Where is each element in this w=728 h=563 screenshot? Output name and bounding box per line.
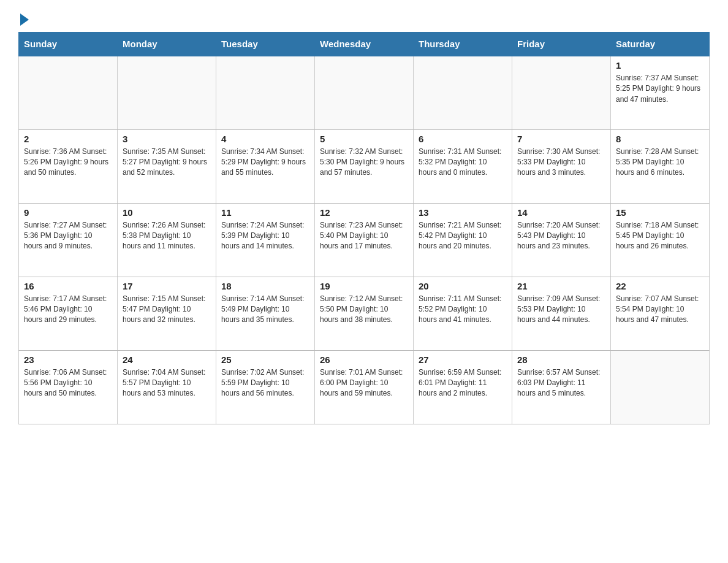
weekday-header-sunday: Sunday [19, 33, 118, 56]
calendar-cell: 14Sunrise: 7:20 AM Sunset: 5:43 PM Dayli… [512, 203, 611, 277]
day-info: Sunrise: 7:12 AM Sunset: 5:50 PM Dayligh… [320, 294, 408, 326]
day-info: Sunrise: 7:07 AM Sunset: 5:54 PM Dayligh… [616, 294, 704, 326]
calendar-cell: 1Sunrise: 7:37 AM Sunset: 5:25 PM Daylig… [611, 56, 710, 129]
calendar-week-3: 9Sunrise: 7:27 AM Sunset: 5:36 PM Daylig… [19, 203, 710, 277]
calendar-table: SundayMondayTuesdayWednesdayThursdayFrid… [18, 32, 710, 424]
day-info: Sunrise: 7:35 AM Sunset: 5:27 PM Dayligh… [123, 147, 211, 178]
day-info: Sunrise: 7:28 AM Sunset: 5:35 PM Dayligh… [616, 147, 704, 178]
calendar-cell: 5Sunrise: 7:32 AM Sunset: 5:30 PM Daylig… [315, 129, 414, 203]
day-number: 27 [419, 354, 507, 365]
calendar-week-2: 2Sunrise: 7:36 AM Sunset: 5:26 PM Daylig… [19, 129, 710, 203]
calendar-cell: 20Sunrise: 7:11 AM Sunset: 5:52 PM Dayli… [414, 277, 512, 350]
day-info: Sunrise: 6:59 AM Sunset: 6:01 PM Dayligh… [419, 367, 507, 399]
day-info: Sunrise: 7:23 AM Sunset: 5:40 PM Dayligh… [320, 220, 408, 252]
calendar-cell: 2Sunrise: 7:36 AM Sunset: 5:26 PM Daylig… [19, 129, 118, 203]
calendar-cell [118, 56, 216, 129]
calendar-cell: 8Sunrise: 7:28 AM Sunset: 5:35 PM Daylig… [611, 129, 710, 203]
day-number: 11 [221, 207, 309, 218]
day-number: 17 [123, 281, 211, 291]
calendar-cell: 15Sunrise: 7:18 AM Sunset: 5:45 PM Dayli… [611, 203, 710, 277]
day-number: 28 [517, 354, 605, 365]
calendar-cell: 18Sunrise: 7:14 AM Sunset: 5:49 PM Dayli… [216, 277, 315, 350]
calendar-cell: 21Sunrise: 7:09 AM Sunset: 5:53 PM Dayli… [512, 277, 611, 350]
calendar-cell: 13Sunrise: 7:21 AM Sunset: 5:42 PM Dayli… [414, 203, 512, 277]
day-number: 8 [616, 134, 704, 144]
calendar-cell [216, 56, 315, 129]
day-info: Sunrise: 6:57 AM Sunset: 6:03 PM Dayligh… [517, 367, 605, 399]
day-info: Sunrise: 7:37 AM Sunset: 5:25 PM Dayligh… [616, 73, 704, 105]
day-info: Sunrise: 7:15 AM Sunset: 5:47 PM Dayligh… [123, 294, 211, 326]
day-info: Sunrise: 7:31 AM Sunset: 5:32 PM Dayligh… [419, 147, 507, 178]
day-number: 14 [517, 207, 605, 218]
day-info: Sunrise: 7:14 AM Sunset: 5:49 PM Dayligh… [221, 294, 309, 326]
calendar-cell: 12Sunrise: 7:23 AM Sunset: 5:40 PM Dayli… [315, 203, 414, 277]
day-number: 1 [616, 60, 704, 71]
day-number: 13 [419, 207, 507, 218]
day-number: 10 [123, 207, 211, 218]
day-number: 12 [320, 207, 408, 218]
weekday-header-thursday: Thursday [414, 33, 512, 56]
day-number: 9 [24, 207, 112, 218]
weekday-header-friday: Friday [512, 33, 611, 56]
day-number: 7 [517, 134, 605, 144]
weekday-header-row: SundayMondayTuesdayWednesdayThursdayFrid… [19, 33, 710, 56]
day-info: Sunrise: 7:30 AM Sunset: 5:33 PM Dayligh… [517, 147, 605, 178]
weekday-header-saturday: Saturday [611, 33, 710, 56]
day-info: Sunrise: 7:21 AM Sunset: 5:42 PM Dayligh… [419, 220, 507, 252]
weekday-header-tuesday: Tuesday [216, 33, 315, 56]
calendar-cell: 6Sunrise: 7:31 AM Sunset: 5:32 PM Daylig… [414, 129, 512, 203]
day-info: Sunrise: 7:04 AM Sunset: 5:57 PM Dayligh… [123, 367, 211, 399]
day-info: Sunrise: 7:18 AM Sunset: 5:45 PM Dayligh… [616, 220, 704, 252]
day-number: 16 [24, 281, 112, 291]
calendar-cell: 3Sunrise: 7:35 AM Sunset: 5:27 PM Daylig… [118, 129, 216, 203]
calendar-cell: 9Sunrise: 7:27 AM Sunset: 5:36 PM Daylig… [19, 203, 118, 277]
day-number: 2 [24, 134, 112, 144]
calendar-cell [19, 56, 118, 129]
day-info: Sunrise: 7:17 AM Sunset: 5:46 PM Dayligh… [24, 294, 112, 326]
calendar-cell: 25Sunrise: 7:02 AM Sunset: 5:59 PM Dayli… [216, 350, 315, 424]
day-number: 5 [320, 134, 408, 144]
day-number: 15 [616, 207, 704, 218]
calendar-cell: 27Sunrise: 6:59 AM Sunset: 6:01 PM Dayli… [414, 350, 512, 424]
day-info: Sunrise: 7:26 AM Sunset: 5:38 PM Dayligh… [123, 220, 211, 252]
day-info: Sunrise: 7:27 AM Sunset: 5:36 PM Dayligh… [24, 220, 112, 252]
calendar-week-1: 1Sunrise: 7:37 AM Sunset: 5:25 PM Daylig… [19, 56, 710, 129]
calendar-cell: 10Sunrise: 7:26 AM Sunset: 5:38 PM Dayli… [118, 203, 216, 277]
day-number: 21 [517, 281, 605, 291]
day-number: 25 [221, 354, 309, 365]
day-info: Sunrise: 7:02 AM Sunset: 5:59 PM Dayligh… [221, 367, 309, 399]
day-number: 24 [123, 354, 211, 365]
calendar-cell: 11Sunrise: 7:24 AM Sunset: 5:39 PM Dayli… [216, 203, 315, 277]
logo [18, 12, 29, 26]
calendar-cell [512, 56, 611, 129]
day-number: 23 [24, 354, 112, 365]
calendar-week-4: 16Sunrise: 7:17 AM Sunset: 5:46 PM Dayli… [19, 277, 710, 350]
calendar-cell [611, 350, 710, 424]
day-number: 3 [123, 134, 211, 144]
calendar-cell: 16Sunrise: 7:17 AM Sunset: 5:46 PM Dayli… [19, 277, 118, 350]
day-info: Sunrise: 7:32 AM Sunset: 5:30 PM Dayligh… [320, 147, 408, 178]
logo-arrow-icon [20, 13, 29, 26]
calendar-cell: 24Sunrise: 7:04 AM Sunset: 5:57 PM Dayli… [118, 350, 216, 424]
day-info: Sunrise: 7:06 AM Sunset: 5:56 PM Dayligh… [24, 367, 112, 399]
day-number: 4 [221, 134, 309, 144]
day-info: Sunrise: 7:09 AM Sunset: 5:53 PM Dayligh… [517, 294, 605, 326]
day-number: 19 [320, 281, 408, 291]
day-number: 26 [320, 354, 408, 365]
day-info: Sunrise: 7:24 AM Sunset: 5:39 PM Dayligh… [221, 220, 309, 252]
day-info: Sunrise: 7:36 AM Sunset: 5:26 PM Dayligh… [24, 147, 112, 178]
day-info: Sunrise: 7:01 AM Sunset: 6:00 PM Dayligh… [320, 367, 408, 399]
weekday-header-wednesday: Wednesday [315, 33, 414, 56]
day-info: Sunrise: 7:34 AM Sunset: 5:29 PM Dayligh… [221, 147, 309, 178]
calendar-cell: 19Sunrise: 7:12 AM Sunset: 5:50 PM Dayli… [315, 277, 414, 350]
calendar-cell: 22Sunrise: 7:07 AM Sunset: 5:54 PM Dayli… [611, 277, 710, 350]
weekday-header-monday: Monday [118, 33, 216, 56]
day-info: Sunrise: 7:20 AM Sunset: 5:43 PM Dayligh… [517, 220, 605, 252]
calendar-cell: 28Sunrise: 6:57 AM Sunset: 6:03 PM Dayli… [512, 350, 611, 424]
day-number: 18 [221, 281, 309, 291]
calendar-cell: 23Sunrise: 7:06 AM Sunset: 5:56 PM Dayli… [19, 350, 118, 424]
calendar-cell: 17Sunrise: 7:15 AM Sunset: 5:47 PM Dayli… [118, 277, 216, 350]
day-number: 6 [419, 134, 507, 144]
calendar-cell: 26Sunrise: 7:01 AM Sunset: 6:00 PM Dayli… [315, 350, 414, 424]
day-number: 20 [419, 281, 507, 291]
